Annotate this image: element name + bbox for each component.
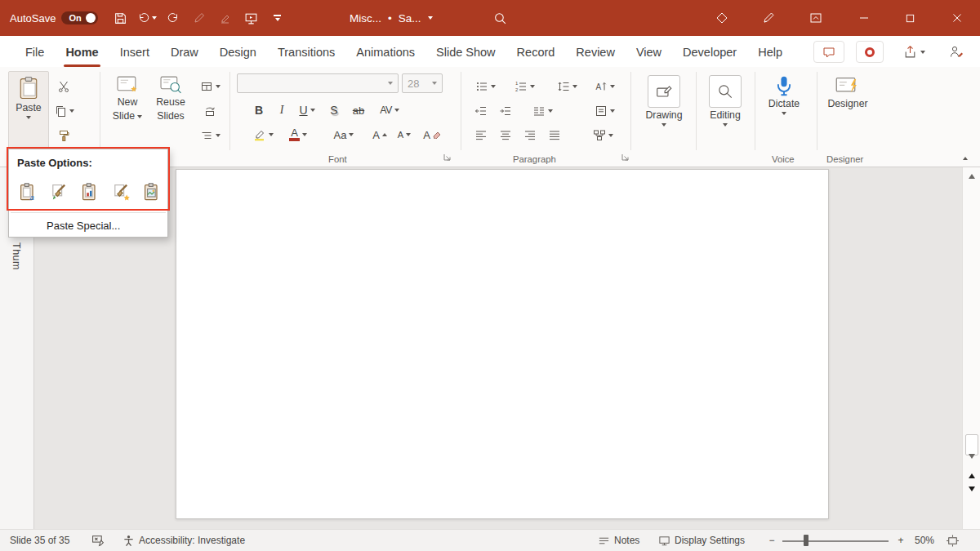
designer-button[interactable]: Designer — [822, 71, 874, 141]
text-direction-button[interactable]: A — [590, 77, 619, 96]
underline-button[interactable]: U — [294, 100, 320, 121]
zoom-in-button[interactable]: + — [895, 530, 906, 551]
strikethrough-button[interactable]: ab — [346, 100, 371, 121]
tab-transitions[interactable]: Transitions — [267, 38, 345, 67]
paste-button[interactable]: Paste — [8, 71, 49, 149]
comments-button[interactable] — [813, 41, 844, 63]
format-painter-button[interactable] — [52, 126, 75, 145]
scroll-down-button[interactable] — [963, 451, 980, 465]
cut-button[interactable] — [52, 77, 75, 96]
text-shadow-button[interactable]: S — [323, 100, 345, 121]
paste-embed-button[interactable] — [78, 180, 101, 203]
ink-highlighter-button[interactable] — [212, 0, 238, 36]
increase-indent-button[interactable] — [495, 101, 516, 121]
font-name-select[interactable] — [237, 73, 399, 93]
save-button[interactable] — [108, 0, 134, 36]
tab-view[interactable]: View — [626, 38, 672, 67]
paste-keep-source-formatting-button[interactable] — [47, 180, 70, 203]
tab-design[interactable]: Design — [209, 38, 267, 67]
align-right-button[interactable] — [519, 126, 541, 145]
drawing-group-button[interactable]: Drawing — [639, 71, 689, 149]
text-highlight-button[interactable] — [248, 124, 278, 145]
paragraph-dialog-launcher[interactable] — [621, 153, 630, 162]
search-button[interactable] — [487, 0, 513, 36]
collapse-ribbon-button[interactable] — [957, 152, 973, 165]
minimize-button[interactable] — [840, 0, 887, 36]
paste-picture-button[interactable] — [140, 180, 163, 203]
italic-button[interactable]: I — [271, 100, 292, 121]
proofing-status-button[interactable] — [91, 530, 105, 551]
tab-draw[interactable]: Draw — [160, 38, 209, 67]
maximize-button[interactable] — [887, 0, 933, 36]
decrease-indent-button[interactable] — [470, 101, 492, 121]
columns-button[interactable] — [528, 101, 557, 121]
zoom-out-button[interactable]: − — [766, 530, 777, 551]
tab-review[interactable]: Review — [565, 38, 626, 67]
tab-animations[interactable]: Animations — [345, 38, 425, 67]
tab-developer[interactable]: Developer — [672, 38, 747, 67]
clear-formatting-button[interactable]: A — [420, 124, 444, 145]
reuse-slides-button[interactable]: Reuse Slides — [150, 71, 191, 149]
zoom-slider-thumb[interactable] — [804, 535, 808, 546]
ink-pen-button[interactable] — [186, 0, 212, 36]
previous-slide-button[interactable] — [963, 467, 980, 482]
change-case-button[interactable]: Aa — [328, 124, 359, 145]
tab-file[interactable]: File — [15, 38, 55, 67]
paste-use-destination-theme-button[interactable]: a — [16, 180, 39, 203]
justify-button[interactable] — [544, 126, 565, 145]
record-button[interactable] — [856, 41, 884, 63]
scroll-up-button[interactable] — [963, 167, 980, 182]
next-slide-button[interactable] — [963, 483, 980, 498]
document-title[interactable]: Misc... • Sa... — [350, 0, 433, 36]
reset-slide-button[interactable] — [194, 101, 225, 121]
section-button[interactable] — [194, 126, 225, 145]
editing-group-button[interactable]: Editing — [701, 71, 750, 149]
font-dialog-launcher[interactable] — [443, 153, 452, 162]
tab-insert[interactable]: Insert — [109, 38, 160, 67]
slide-indicator[interactable]: Slide 35 of 35 — [10, 530, 69, 551]
font-color-button[interactable]: A — [284, 124, 312, 145]
zoom-slider-track[interactable] — [782, 540, 889, 542]
paste-special-menu-item[interactable]: Paste Special... — [9, 215, 167, 237]
undo-button[interactable] — [134, 0, 160, 36]
start-presentation-button[interactable] — [238, 0, 265, 36]
new-slide-button[interactable]: New Slide — [106, 71, 149, 149]
draw-tools-button[interactable] — [754, 0, 783, 36]
bullets-button[interactable] — [470, 77, 500, 96]
premium-button[interactable] — [707, 0, 737, 36]
bold-button[interactable]: B — [248, 100, 270, 121]
tab-slide-show[interactable]: Slide Show — [425, 38, 506, 67]
copy-button[interactable] — [52, 101, 75, 121]
tab-record[interactable]: Record — [506, 38, 566, 67]
display-settings-button[interactable]: Display Settings — [658, 530, 745, 551]
redo-button[interactable] — [160, 0, 186, 36]
customize-qat-button[interactable] — [265, 0, 291, 36]
line-spacing-button[interactable] — [552, 77, 581, 96]
fit-slide-to-window-button[interactable] — [946, 530, 960, 551]
align-text-button[interactable] — [590, 101, 619, 121]
notes-button[interactable]: Notes — [598, 530, 639, 551]
dictate-button[interactable]: Dictate — [760, 71, 808, 141]
autosave-toggle[interactable]: AutoSave On — [10, 11, 98, 24]
zoom-level-button[interactable]: 50% — [915, 530, 934, 551]
vertical-scrollbar[interactable] — [962, 167, 980, 529]
align-left-button[interactable] — [470, 126, 492, 145]
numbering-button[interactable]: 12 — [510, 77, 539, 96]
close-button[interactable] — [933, 0, 980, 36]
character-spacing-button[interactable]: AV — [374, 100, 405, 121]
font-size-select[interactable]: 28 — [402, 73, 443, 93]
slide-layout-button[interactable] — [194, 77, 225, 96]
accessibility-checker-button[interactable]: Accessibility: Investigate — [122, 530, 245, 551]
align-center-button[interactable] — [495, 126, 516, 145]
increase-font-size-button[interactable]: A — [369, 124, 390, 145]
ribbon-display-options-button[interactable] — [801, 0, 831, 36]
decrease-font-size-button[interactable]: A — [394, 124, 415, 145]
convert-to-smartart-button[interactable] — [585, 126, 621, 145]
slide-canvas[interactable] — [176, 169, 829, 519]
paste-keep-source-formatting-picture-button[interactable] — [109, 180, 132, 203]
presence-button[interactable] — [941, 41, 972, 63]
autosave-switch[interactable]: On — [61, 11, 97, 24]
tab-help[interactable]: Help — [747, 38, 793, 67]
tab-home[interactable]: Home — [55, 38, 109, 67]
share-button[interactable] — [893, 41, 934, 63]
